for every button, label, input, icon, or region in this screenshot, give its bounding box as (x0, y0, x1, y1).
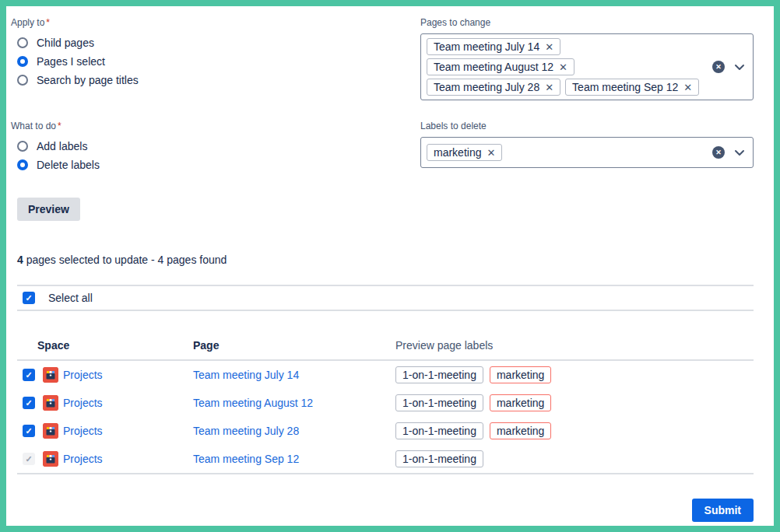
radio-add-labels[interactable]: Add labels (17, 137, 100, 156)
labels-cell: 1-on-1-meeting marketing (395, 394, 754, 411)
row-checkbox[interactable]: ✓ (23, 369, 35, 381)
page-chip: Team meeting Sep 12✕ (565, 79, 699, 96)
what-to-do-label-text: What to do (11, 121, 56, 131)
page-link[interactable]: Team meeting July 14 (193, 369, 299, 381)
page-label-marked-for-delete: marketing (490, 422, 551, 439)
row-checkbox-cell: ✓ (17, 453, 37, 465)
row-checkbox[interactable]: ✓ (23, 425, 35, 437)
chevron-down-icon[interactable] (734, 64, 745, 71)
radio-label: Add labels (37, 140, 87, 152)
what-to-do-field: What to do* Add labels Delete labels (17, 121, 100, 174)
page-cell: Team meeting August 12 (193, 396, 395, 410)
page-chip: Team meeting July 14✕ (427, 38, 560, 55)
remove-chip-icon[interactable]: ✕ (545, 82, 553, 93)
clear-all-icon[interactable]: ✕ (712, 61, 725, 73)
summary-text: pages selected to update - 4 pages found (23, 254, 227, 266)
page-label-marked-for-delete: marketing (490, 366, 551, 383)
page-label: 1-on-1-meeting (395, 450, 483, 467)
page-chip-text: Team meeting July 14 (434, 40, 539, 53)
page-chip: Team meeting July 28✕ (427, 79, 560, 96)
space-cell: Projects (37, 367, 193, 383)
clear-all-icon[interactable]: ✕ (712, 146, 725, 159)
pages-table: Space Page Preview page labels ✓ Project… (17, 334, 754, 474)
selected-labels-chips: marketing✕ (424, 142, 504, 163)
remove-chip-icon[interactable]: ✕ (545, 41, 553, 53)
remove-chip-icon[interactable]: ✕ (487, 147, 495, 159)
remove-chip-icon[interactable]: ✕ (559, 61, 567, 73)
select-all-checkbox[interactable]: ✓ (23, 292, 35, 304)
labels-to-delete-field: Labels to delete marketing✕ ✕ (420, 121, 754, 174)
form-row-1: Apply to* Child pages Pages I select Sea… (17, 17, 754, 100)
select-controls: ✕ (712, 61, 745, 73)
column-header-preview-labels: Preview page labels (395, 339, 754, 352)
space-link[interactable]: Projects (63, 397, 103, 409)
what-to-do-label: What to do* (11, 121, 100, 131)
table-row: ✓ Projects Team meeting Sep 12 1-on-1-me… (17, 445, 754, 473)
label-chip-text: marketing (434, 146, 481, 159)
page-chip: Team meeting August 12✕ (427, 58, 574, 75)
divider (17, 310, 754, 311)
space-link[interactable]: Projects (63, 453, 103, 465)
page-link[interactable]: Team meeting August 12 (193, 397, 313, 409)
space-avatar-toolbox-icon (43, 395, 58, 411)
radio-unselected-icon (17, 75, 28, 86)
submit-button[interactable]: Submit (692, 499, 754, 522)
apply-to-label-text: Apply to (11, 17, 44, 28)
apply-to-field: Apply to* Child pages Pages I select Sea… (17, 17, 139, 100)
page-label: 1-on-1-meeting (395, 394, 483, 411)
radio-child-pages[interactable]: Child pages (17, 33, 139, 52)
row-checkbox-disabled: ✓ (23, 453, 35, 465)
labels-to-delete-select[interactable]: marketing✕ ✕ (420, 137, 754, 168)
radio-search-by-page-titles[interactable]: Search by page titles (17, 71, 139, 89)
select-all-label: Select all (48, 292, 93, 304)
space-cell: Projects (37, 451, 193, 467)
page-chip-text: Team meeting July 28 (434, 81, 539, 93)
space-cell: Projects (37, 395, 193, 411)
results-summary: 4 pages selected to update - 4 pages fou… (17, 254, 754, 266)
page-cell: Team meeting July 14 (193, 368, 395, 382)
required-asterisk: * (58, 121, 61, 131)
radio-label: Pages I select (37, 55, 105, 68)
column-header-space: Space (37, 339, 193, 352)
page-content: Apply to* Child pages Pages I select Sea… (6, 6, 774, 526)
preview-wrap: Preview (17, 198, 754, 221)
selected-pages-chips: Team meeting July 14✕ Team meeting Augus… (424, 37, 703, 97)
apply-to-label: Apply to* (11, 17, 139, 28)
space-avatar-toolbox-icon (43, 367, 58, 383)
column-header-page: Page (193, 339, 395, 352)
radio-label: Child pages (37, 37, 94, 49)
radio-delete-labels[interactable]: Delete labels (17, 156, 100, 174)
divider (17, 473, 754, 474)
page-label: 1-on-1-meeting (395, 366, 483, 383)
radio-pages-i-select[interactable]: Pages I select (17, 52, 139, 71)
space-link[interactable]: Projects (63, 369, 103, 381)
space-cell: Projects (37, 423, 193, 439)
space-avatar-toolbox-icon (43, 451, 58, 467)
table-header-row: Space Page Preview page labels (17, 334, 754, 356)
footer: Submit (17, 499, 754, 522)
page-cell: Team meeting Sep 12 (193, 452, 395, 466)
pages-to-change-select[interactable]: Team meeting July 14✕ Team meeting Augus… (420, 33, 754, 100)
row-checkbox[interactable]: ✓ (23, 397, 35, 409)
label-chip: marketing✕ (427, 144, 502, 161)
table-row: ✓ Projects Team meeting July 28 1-on-1-m… (17, 417, 754, 445)
radio-label: Delete labels (37, 159, 100, 171)
row-checkbox-cell: ✓ (17, 425, 37, 437)
page-label-marked-for-delete: marketing (490, 394, 551, 411)
radio-label: Search by page titles (37, 74, 139, 86)
pages-to-change-field: Pages to change Team meeting July 14✕ Te… (420, 17, 754, 100)
page-link[interactable]: Team meeting Sep 12 (193, 453, 299, 465)
preview-button[interactable]: Preview (17, 198, 80, 221)
page-label: 1-on-1-meeting (395, 422, 483, 439)
page-link[interactable]: Team meeting July 28 (193, 425, 299, 437)
space-link[interactable]: Projects (63, 425, 103, 437)
row-checkbox-cell: ✓ (17, 369, 37, 381)
labels-cell: 1-on-1-meeting marketing (395, 366, 754, 383)
remove-chip-icon[interactable]: ✕ (683, 82, 692, 93)
select-all-row: ✓ Select all (17, 286, 754, 310)
select-controls: ✕ (712, 146, 745, 159)
chevron-down-icon[interactable] (734, 149, 745, 156)
table-row: ✓ Projects Team meeting July 14 1-on-1-m… (17, 361, 754, 389)
page-cell: Team meeting July 28 (193, 424, 395, 438)
form-row-2: What to do* Add labels Delete labels Lab… (17, 121, 754, 174)
